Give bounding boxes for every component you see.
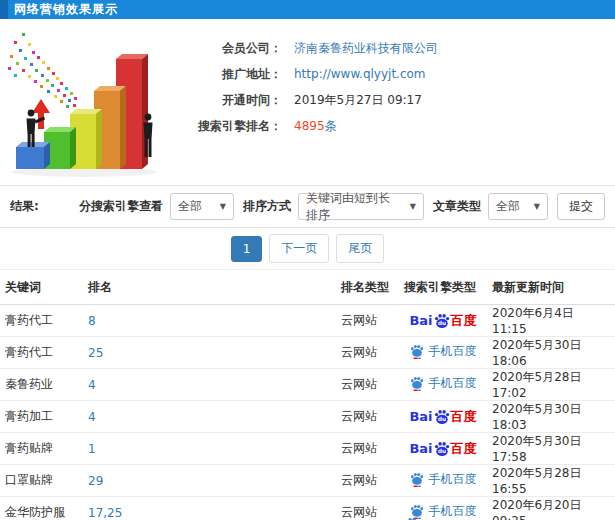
article-type-select[interactable]: 全部 ▼ — [488, 193, 548, 220]
engine-select[interactable]: 全部 ▼ — [170, 193, 234, 220]
rank-cell: 8 — [83, 305, 336, 337]
svg-text:du: du — [438, 416, 446, 422]
rank-link[interactable]: 4 — [88, 410, 96, 424]
open-time-value: 2019年5月27日 09:17 — [294, 92, 422, 109]
keyword-cell: 膏药贴牌 — [0, 433, 83, 465]
confetti-dots — [8, 33, 77, 108]
company-label: 会员公司： — [186, 40, 282, 57]
rank-link[interactable]: 8 — [88, 314, 96, 328]
rank-cell: 4 — [83, 401, 336, 433]
svg-text:du: du — [438, 448, 446, 454]
promo-url-link[interactable]: http://www.qlyyjt.com — [294, 67, 426, 81]
pagination: 1 下一页 尾页 — [0, 228, 615, 270]
rank-cell: 17,25 — [83, 497, 336, 520]
info-row-url: 推广地址： http://www.qlyyjt.com — [186, 61, 615, 87]
chevron-down-icon: ▼ — [220, 202, 226, 211]
engine-type-cell: Bai du 百度 — [399, 401, 487, 433]
baidu-paw-icon: du — [434, 313, 450, 329]
table-row: 膏药加工 4 云网站 Bai du 百度 — [0, 401, 615, 433]
updated-cell: 2020年6月4日 11:15 — [487, 305, 615, 337]
rank-type-cell: 云网站 — [336, 305, 399, 337]
svg-text:du: du — [438, 320, 446, 326]
engine-type-cell: 手机百度 — [399, 465, 487, 497]
keyword-cell: 秦鲁药业 — [0, 369, 83, 401]
submit-button[interactable]: 提交 — [557, 193, 605, 220]
rank-count-label: 搜索引擎排名： — [186, 118, 282, 135]
mobile-baidu-logo: 手机百度 — [410, 343, 477, 360]
company-link[interactable]: 济南秦鲁药业科技有限公司 — [294, 40, 438, 57]
result-label: 结果: — [10, 198, 39, 215]
rank-cell: 4 — [83, 369, 336, 401]
open-time-label: 开通时间： — [186, 92, 282, 109]
promo-url-label: 推广地址： — [186, 66, 282, 83]
sort-filter-label: 排序方式 — [243, 198, 291, 215]
chevron-down-icon: ▼ — [410, 202, 416, 211]
table-row: 膏药贴牌 1 云网站 Bai du 百度 — [0, 433, 615, 465]
mobile-baidu-paw-icon — [410, 344, 424, 359]
baidu-logo: Bai du 百度 — [409, 440, 476, 458]
rank-link[interactable]: 1 — [88, 442, 96, 456]
mobile-baidu-paw-icon — [410, 376, 424, 391]
member-info-section: 会员公司： 济南秦鲁药业科技有限公司 推广地址： http://www.qlyy… — [0, 19, 615, 185]
table-row: 膏药代工 8 云网站 Bai du 百度 — [0, 305, 615, 337]
keyword-cell: 口罩贴牌 — [0, 465, 83, 497]
keyword-cell: 金华防护服 — [0, 497, 83, 520]
engine-type-cell: Bai du 百度 — [399, 433, 487, 465]
table-row: 膏药代工 25 云网站 — [0, 337, 615, 369]
rank-link[interactable]: 29 — [88, 474, 103, 488]
last-page-button[interactable]: 尾页 — [336, 234, 384, 263]
article-type-label: 文章类型 — [433, 198, 481, 215]
bar-chart-growth-illustration — [4, 29, 174, 179]
engine-type-cell: Bai du 百度 — [399, 305, 487, 337]
sort-select[interactable]: 关键词由短到长排序 ▼ — [298, 193, 424, 220]
baidu-paw-icon: du — [434, 409, 450, 425]
baidu-paw-icon: du — [434, 441, 450, 457]
page-title: 网络营销效果展示 — [8, 1, 118, 18]
rank-cell: 29 — [83, 465, 336, 497]
rank-count-value: 4895条 — [294, 118, 337, 135]
keyword-ranking-table: 关键词 排名 排名类型 搜索引擎类型 最新更新时间 膏药代工 8 云网站 Bai… — [0, 270, 615, 520]
updated-cell: 2020年5月30日 18:06 — [487, 337, 615, 369]
updated-cell: 2020年5月30日 17:58 — [487, 433, 615, 465]
article-type-select-value: 全部 — [496, 198, 520, 215]
table-header-row: 关键词 排名 排名类型 搜索引擎类型 最新更新时间 — [0, 270, 615, 305]
rank-type-cell: 云网站 — [336, 433, 399, 465]
rank-type-cell: 云网站 — [336, 465, 399, 497]
sort-select-value: 关键词由短到长排序 — [306, 190, 402, 224]
page-1-button[interactable]: 1 — [231, 236, 263, 262]
member-info-fields: 会员公司： 济南秦鲁药业科技有限公司 推广地址： http://www.qlyy… — [186, 19, 615, 139]
rank-count-number: 4895 — [294, 119, 325, 133]
page-header: 网络营销效果展示 — [0, 0, 615, 19]
keyword-cell: 膏药代工 — [0, 337, 83, 369]
rank-cell: 1 — [83, 433, 336, 465]
result-filter-bar: 结果: 分搜索引擎查看 全部 ▼ 排序方式 关键词由短到长排序 ▼ 文章类型 全… — [0, 185, 615, 228]
info-row-company: 会员公司： 济南秦鲁药业科技有限公司 — [186, 35, 615, 61]
next-page-button[interactable]: 下一页 — [269, 234, 329, 263]
engine-filter-label: 分搜索引擎查看 — [79, 198, 163, 215]
updated-cell: 2020年5月28日 16:55 — [487, 465, 615, 497]
engine-type-cell: 手机百度 — [399, 369, 487, 401]
col-header-updated: 最新更新时间 — [487, 270, 615, 305]
col-header-keyword: 关键词 — [0, 270, 83, 305]
updated-cell: 2020年5月30日 18:03 — [487, 401, 615, 433]
rank-count-suffix: 条 — [325, 119, 337, 133]
updated-cell: 2020年6月20日 09:25 — [487, 497, 615, 520]
table-row: 秦鲁药业 4 云网站 — [0, 369, 615, 401]
info-row-rank-count: 搜索引擎排名： 4895条 — [186, 113, 615, 139]
mobile-baidu-logo: 手机百度 — [410, 471, 477, 488]
rank-link[interactable]: 25 — [88, 346, 103, 360]
updated-cell: 2020年5月28日 17:02 — [487, 369, 615, 401]
baidu-logo: Bai du 百度 — [409, 312, 476, 330]
engine-type-cell: 手机百度 — [399, 337, 487, 369]
rank-link[interactable]: 17,25 — [88, 506, 122, 520]
rank-link[interactable]: 4 — [88, 378, 96, 392]
rank-type-cell: 云网站 — [336, 337, 399, 369]
baidu-logo: Bai du 百度 — [409, 408, 476, 426]
rank-cell: 25 — [83, 337, 336, 369]
table-row: 口罩贴牌 29 云网站 — [0, 465, 615, 497]
engine-select-value: 全部 — [178, 198, 202, 215]
keyword-cell: 膏药加工 — [0, 401, 83, 433]
rank-type-cell: 云网站 — [336, 369, 399, 401]
mobile-baidu-logo: 手机百度 — [410, 375, 477, 392]
mobile-baidu-paw-icon — [410, 472, 424, 487]
